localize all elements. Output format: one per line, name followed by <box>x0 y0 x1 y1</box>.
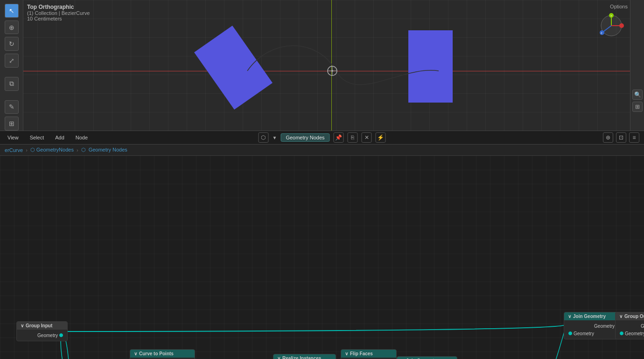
view-options[interactable]: ⊡ <box>616 132 626 143</box>
socket-geometry-out[interactable] <box>59 333 63 337</box>
blue-shape-2 <box>408 30 453 103</box>
copy-icon[interactable]: ⎘ <box>348 132 358 143</box>
node-curve-to-points-label: Curve to Points <box>139 351 174 356</box>
scale-tool[interactable]: ⤢ <box>5 54 19 68</box>
node-menu[interactable]: Node <box>73 134 91 141</box>
svg-text:Y: Y <box>610 14 612 17</box>
socket-go-geo-in[interactable] <box>620 331 623 335</box>
cursor-tool[interactable]: ↖ <box>5 4 19 18</box>
node-jg1-header[interactable]: ∨ Join Geometry <box>397 357 457 359</box>
node-ri-header[interactable]: ∨ Realize Instances <box>273 354 336 359</box>
extra-tool[interactable]: ⊞ <box>5 117 19 131</box>
socket-jg2-geo-in[interactable] <box>568 331 572 335</box>
breadcrumb-geometry-nodes[interactable]: ⬡ Geometry Nodes <box>81 147 127 153</box>
node-realize-instances[interactable]: ∨ Realize Instances Geometry Geometry <box>273 354 336 359</box>
overlay-icon[interactable]: ⊛ <box>603 132 613 143</box>
rotate-tool[interactable]: ↻ <box>5 37 19 51</box>
svg-text:Z: Z <box>601 32 602 35</box>
node-group-output[interactable]: ∨ Group Output Geometry Geometry <box>615 312 644 339</box>
viewport-info: Top Orthographic (1) Collection | Bezier… <box>27 4 90 21</box>
node-row-geometry-out: Geometry <box>17 331 67 339</box>
extra-options[interactable]: ≡ <box>629 132 639 143</box>
breadcrumb-curve[interactable]: erCurve <box>5 147 23 153</box>
gn-label: Geometry Nodes <box>280 133 329 142</box>
node-group-input-body: Geometry <box>17 330 67 341</box>
node-curve-to-points-header[interactable]: ∨ Curve to Points <box>130 350 195 358</box>
node-editor[interactable]: ∨ Group Input Geometry ∨ Capture Attribu… <box>0 156 644 359</box>
viewport-grid <box>0 0 644 131</box>
move-tool[interactable]: ⊕ <box>5 21 19 35</box>
crosshair <box>327 65 338 76</box>
node-join-geometry-1[interactable]: ∨ Join Geometry Geometry Geometry <box>397 356 457 359</box>
node-ri-label: Realize Instances <box>282 356 321 359</box>
pin-icon[interactable]: 📌 <box>334 132 344 143</box>
node-curve-to-points[interactable]: ∨ Curve to Points Points Tangent Normal … <box>130 349 195 359</box>
header-center: ⬡ ▼ Geometry Nodes 📌 ⎘ ✕ ⚡ <box>258 132 385 143</box>
svg-point-9 <box>619 23 624 28</box>
add-menu[interactable]: Add <box>52 134 67 141</box>
snap-icon[interactable]: ⚡ <box>376 132 386 143</box>
close-icon[interactable]: ✕ <box>362 132 372 143</box>
options-label: Options <box>610 4 628 9</box>
right-toolbar: Options Y Z 🔍 ⊞ <box>630 0 644 131</box>
annotate-tool[interactable]: ✎ <box>5 100 19 114</box>
node-go-header[interactable]: ∨ Group Output <box>616 312 644 320</box>
node-ff1-label: Flip Faces <box>350 351 373 356</box>
zoom-in-btn[interactable]: 🔍 <box>632 90 643 100</box>
node-group-input[interactable]: ∨ Group Input Geometry <box>16 321 68 341</box>
node-group-input-header[interactable]: ∨ Group Input <box>17 322 67 330</box>
transform-tool[interactable]: ⧉ <box>5 77 19 91</box>
left-toolbar: ↖ ⊕ ↻ ⤢ ⧉ ✎ ⊞ <box>0 0 23 131</box>
node-flip-faces-1[interactable]: ∨ Flip Faces Mesh Mesh Selection <box>341 349 397 359</box>
horizontal-axis-line <box>0 71 644 71</box>
grid-btn[interactable]: ⊞ <box>632 102 643 112</box>
node-editor-grid <box>0 156 644 359</box>
navigation-gizmo[interactable]: Y Z <box>597 12 625 40</box>
svg-point-3 <box>331 70 333 72</box>
gn-header-bar: View Select Add Node ⬡ ▼ Geometry Nodes … <box>0 131 644 145</box>
viewport-3d[interactable]: ↖ ⊕ ↻ ⤢ ⧉ ✎ ⊞ Top Orthographic (1) Colle… <box>0 0 644 131</box>
view-menu[interactable]: View <box>5 134 21 141</box>
node-group-input-label: Group Input <box>26 323 52 328</box>
node-go-label: Group Output <box>624 314 644 319</box>
breadcrumb-geometry-nodes-obj[interactable]: ⬡GeometryNodes <box>30 147 74 153</box>
node-ff1-header[interactable]: ∨ Flip Faces <box>341 350 396 358</box>
editor-type-icon[interactable]: ⬡ <box>258 132 268 143</box>
node-jg2-label: Join Geometry <box>573 314 606 319</box>
select-menu[interactable]: Select <box>27 134 47 141</box>
node-go-body: Geometry Geometry <box>616 320 644 339</box>
row-go-geo-in: Geometry <box>616 330 644 337</box>
row-go-geo-out: Geometry <box>616 322 644 330</box>
breadcrumb: erCurve › ⬡GeometryNodes › ⬡ Geometry No… <box>0 145 644 156</box>
